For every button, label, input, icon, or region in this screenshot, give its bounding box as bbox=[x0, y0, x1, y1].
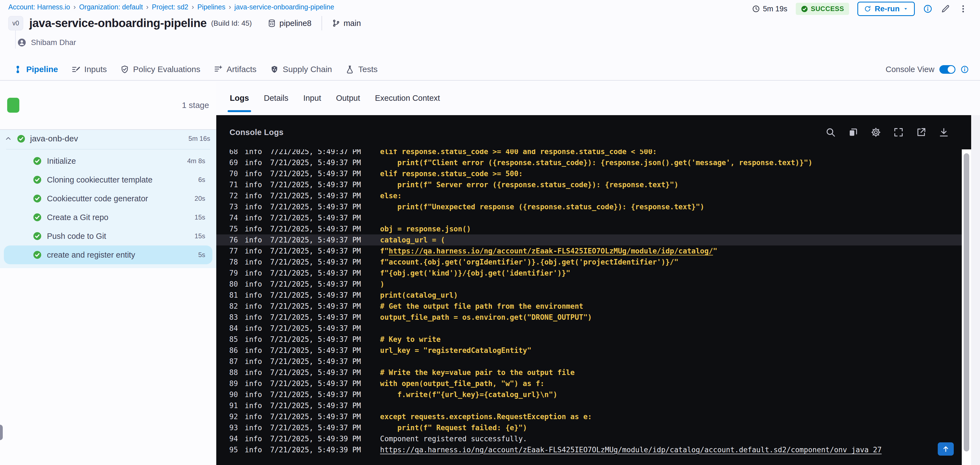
log-text: print(f"Unexpected response ({response.s… bbox=[380, 201, 704, 212]
log-line-90: 90info7/21/2025, 5:49:37 PM f.write(f"{u… bbox=[216, 389, 962, 400]
more-options-button[interactable] bbox=[958, 4, 968, 14]
settings-icon[interactable] bbox=[870, 127, 881, 138]
clock-icon bbox=[752, 5, 760, 13]
tab-inputs[interactable]: Inputs bbox=[71, 65, 107, 74]
log-line-91: 91info7/21/2025, 5:49:37 PM bbox=[216, 400, 962, 411]
detail-tab-logs[interactable]: Logs bbox=[230, 81, 249, 115]
vertical-divider bbox=[321, 16, 322, 30]
console-view-info-icon[interactable] bbox=[960, 65, 969, 74]
log-link[interactable]: https://qa.harness.io/ng/account/zEaak-F… bbox=[380, 446, 882, 454]
user-avatar-icon bbox=[17, 38, 27, 47]
log-level: info bbox=[245, 279, 262, 290]
search-icon[interactable] bbox=[825, 127, 836, 138]
log-level: info bbox=[245, 378, 262, 389]
tab-policy-evaluations[interactable]: Policy Evaluations bbox=[120, 65, 200, 74]
log-line-86: 86info7/21/2025, 5:49:37 PMurl_key = "re… bbox=[216, 345, 962, 356]
pipeline-reference[interactable]: pipeline8 bbox=[267, 19, 312, 28]
detail-tab-execution-context[interactable]: Execution Context bbox=[375, 81, 440, 115]
step-item[interactable]: Create a Git repo15s bbox=[4, 208, 212, 227]
detail-tab-output[interactable]: Output bbox=[336, 81, 360, 115]
step-item[interactable]: Initialize4m 8s bbox=[4, 152, 212, 170]
stage-row[interactable]: java-onb-dev 5m 16s bbox=[0, 130, 216, 148]
log-level: info bbox=[245, 323, 262, 334]
tab-tests[interactable]: Tests bbox=[345, 65, 378, 74]
log-line-82: 82info7/21/2025, 5:49:37 PM# Get the out… bbox=[216, 301, 962, 312]
breadcrumb-separator: › bbox=[73, 3, 76, 11]
console-scrollbar[interactable] bbox=[962, 149, 971, 465]
open-in-new-icon[interactable] bbox=[916, 127, 926, 138]
step-item[interactable]: create and register entity5s bbox=[4, 246, 212, 264]
breadcrumb-item[interactable]: Account: Harness.io bbox=[8, 3, 70, 11]
scrollbar-thumb[interactable] bbox=[964, 153, 969, 451]
detail-tab-details[interactable]: Details bbox=[264, 81, 288, 115]
log-timestamp: 7/21/2025, 5:49:37 PM bbox=[270, 168, 366, 179]
log-line-number: 80 bbox=[229, 279, 239, 290]
git-branch-icon bbox=[332, 19, 340, 27]
breadcrumb-separator: › bbox=[192, 3, 194, 11]
log-line-number: 94 bbox=[229, 433, 239, 444]
breadcrumb-item[interactable]: Organization: default bbox=[79, 3, 143, 11]
log-line-number: 78 bbox=[229, 257, 239, 268]
tab-label: Artifacts bbox=[226, 65, 256, 74]
log-text: # Get the output file path from the envi… bbox=[380, 301, 583, 312]
step-duration: 4m 8s bbox=[187, 157, 205, 165]
download-icon[interactable] bbox=[939, 127, 949, 138]
copy-icon[interactable] bbox=[848, 127, 859, 138]
step-item[interactable]: Cloning cookiecutter template6s bbox=[4, 170, 212, 189]
info-button[interactable] bbox=[923, 4, 932, 14]
chevron-up-icon[interactable] bbox=[5, 135, 12, 143]
log-line-number: 75 bbox=[229, 224, 239, 235]
log-text: f"https://qa.harness.io/ng/account/zEaak… bbox=[380, 246, 718, 257]
log-level: info bbox=[245, 422, 262, 433]
stage-status-square[interactable] bbox=[7, 98, 19, 113]
tab-supply-chain[interactable]: Supply Chain bbox=[270, 65, 332, 74]
log-line-95: 95info7/21/2025, 5:49:39 PMhttps://qa.ha… bbox=[216, 444, 962, 455]
console-view-toggle[interactable] bbox=[939, 65, 955, 74]
breadcrumb-item[interactable]: Pipelines bbox=[197, 3, 225, 11]
content-area: 1 stage java-onb-dev 5m 16s Initialize4m… bbox=[0, 81, 980, 465]
log-timestamp: 7/21/2025, 5:49:37 PM bbox=[270, 356, 366, 367]
log-line-number: 69 bbox=[229, 157, 239, 168]
left-edge-drawer-handle[interactable] bbox=[0, 425, 3, 440]
fullscreen-icon[interactable] bbox=[893, 127, 904, 138]
policy-icon bbox=[120, 65, 129, 74]
repository-icon bbox=[267, 19, 276, 28]
log-text: else: bbox=[380, 190, 402, 201]
breadcrumb-separator: › bbox=[229, 3, 231, 11]
breadcrumb-item[interactable]: Project: sd2 bbox=[152, 3, 188, 11]
log-text: https://qa.harness.io/ng/account/zEaak-F… bbox=[380, 444, 882, 455]
log-level: info bbox=[245, 224, 262, 235]
log-line-70: 70info7/21/2025, 5:49:37 PMelif response… bbox=[216, 168, 962, 179]
page-title: java-service-onboarding-pipeline bbox=[29, 17, 207, 30]
detail-tab-input[interactable]: Input bbox=[303, 81, 321, 115]
log-text: f"account.{obj.get('orgIdentifier')}.{ob… bbox=[380, 257, 678, 268]
log-level: info bbox=[245, 444, 262, 455]
console-title: Console Logs bbox=[229, 128, 283, 137]
log-line-number: 77 bbox=[229, 246, 239, 257]
step-item[interactable]: Cookiecutter code generator20s bbox=[4, 189, 212, 208]
arrow-up-icon bbox=[942, 445, 950, 453]
tab-artifacts[interactable]: Artifacts bbox=[213, 65, 256, 74]
log-text: f"{obj.get('kind')}/{obj.get('identifier… bbox=[380, 268, 570, 279]
step-success-icon bbox=[33, 194, 42, 203]
log-text: output_file_path = os.environ.get("DRONE… bbox=[380, 312, 592, 323]
branch-reference[interactable]: main bbox=[332, 19, 361, 28]
log-line-number: 83 bbox=[229, 312, 239, 323]
log-text: print(f"Client error ({response.status_c… bbox=[380, 157, 812, 168]
scroll-to-top-button[interactable] bbox=[938, 442, 954, 455]
tab-pipeline[interactable]: Pipeline bbox=[13, 65, 58, 74]
log-line-94: 94info7/21/2025, 5:49:39 PMComponent reg… bbox=[216, 433, 962, 444]
log-text: print(f" Request failed: {e}") bbox=[380, 422, 527, 433]
breadcrumb-item[interactable]: java-service-onboarding-pipeline bbox=[234, 3, 334, 11]
step-success-icon bbox=[33, 232, 42, 241]
tab-label: Tests bbox=[358, 65, 378, 74]
step-label: Cookiecutter code generator bbox=[47, 194, 189, 203]
log-link[interactable]: https://qa.harness.io/ng/account/zEaak-F… bbox=[389, 247, 713, 255]
log-level: info bbox=[245, 389, 262, 400]
log-line-77: 77info7/21/2025, 5:49:37 PMf"https://qa.… bbox=[216, 246, 962, 257]
step-item[interactable]: Push code to Git15s bbox=[4, 227, 212, 246]
edit-pipeline-button[interactable] bbox=[941, 4, 950, 14]
log-text: elif response.status_code >= 500: bbox=[380, 168, 523, 179]
rerun-button[interactable]: Re-run bbox=[858, 2, 915, 16]
log-timestamp: 7/21/2025, 5:49:37 PM bbox=[270, 422, 366, 433]
